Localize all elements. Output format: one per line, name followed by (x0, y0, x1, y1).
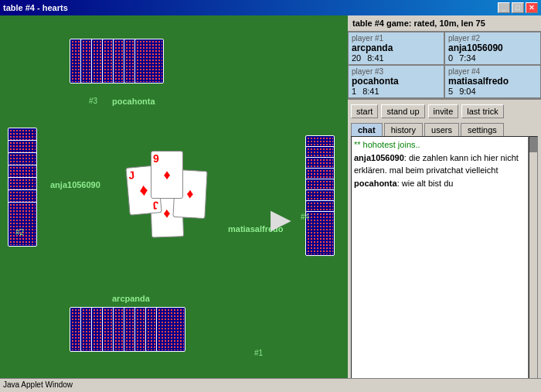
right-panel: table #4 game: rated, 10m, len 75 player… (348, 15, 541, 392)
close-button[interactable]: ✕ (526, 2, 538, 13)
player3-name: pocahonta (352, 76, 441, 87)
left-player-cards (8, 128, 46, 251)
chat-message-2: pocahonta: wie alt bist du (354, 178, 526, 189)
player-cell-2: player #2 anja1056090 0 7:34 (444, 32, 541, 65)
system-message: ** hohotest joins.. (354, 140, 420, 149)
game-info-header: table #4 game: rated, 10m, len 75 (348, 15, 541, 32)
player1-time: 8:41 (367, 53, 383, 63)
window-controls: _ □ ✕ (498, 2, 538, 13)
start-button[interactable]: start (351, 104, 378, 118)
last-trick-button[interactable]: last trick (461, 104, 503, 118)
status-text: Java Applet Window (3, 380, 73, 389)
player-cell-4: player #4 matiasalfredo 5 9:04 (444, 65, 541, 98)
chat-username-1: anja1056090 (354, 153, 404, 162)
player-cell-3: player #3 pocahonta 1 8:41 (348, 65, 444, 98)
chat-scrollbar[interactable] (529, 136, 538, 389)
status-bar: Java Applet Window (0, 378, 541, 392)
tab-chat[interactable]: chat (351, 123, 383, 136)
player4-stats: 5 9:04 (448, 87, 537, 96)
title-bar: table #4 - hearts _ □ ✕ (0, 0, 541, 15)
player2-score: 0 (448, 53, 453, 63)
bottom-pos-label: #1 (254, 349, 263, 357)
player1-score: 20 (352, 53, 361, 63)
player3-score: 1 (352, 87, 356, 96)
right-pos-label: #4 (301, 213, 309, 221)
player3-stats: 1 8:41 (352, 87, 441, 96)
bottom-player-label: arcpanda (112, 294, 150, 303)
turn-arrow: ▶ (270, 205, 290, 234)
left-player-label: anja1056090 (50, 180, 100, 189)
chat-messages: ** hohotest joins.. anja1056090: die zah… (351, 136, 529, 389)
maximize-button[interactable]: □ (512, 2, 524, 13)
action-buttons: start stand up invite last trick (348, 100, 541, 123)
player3-time: 8:41 (362, 87, 379, 96)
game-area: pocahonta #3 anja1056090 #2 (0, 15, 348, 392)
tab-history[interactable]: history (384, 123, 423, 136)
player2-time: 7:34 (459, 53, 475, 63)
left-pos-label: #2 (15, 228, 24, 237)
stand-up-button[interactable]: stand up (381, 104, 424, 118)
tab-users[interactable]: users (424, 123, 459, 136)
chat-message-1: anja1056090: die zahlen kann ich hier ni… (354, 152, 526, 176)
right-player-cards (305, 135, 344, 263)
main-content: pocahonta #3 anja1056090 #2 (0, 15, 541, 392)
invite-button[interactable]: invite (428, 104, 459, 118)
chat-message-0: ** hohotest joins.. (354, 139, 526, 151)
top-player-cards (70, 39, 162, 97)
chat-text-2: wie alt bist du (402, 179, 454, 188)
tab-settings[interactable]: settings (461, 123, 504, 136)
player-cell-1: player #1 arcpanda 20 8:41 (348, 32, 444, 65)
player4-score: 5 (448, 87, 453, 96)
player2-slot: player #2 (448, 34, 537, 43)
player4-slot: player #4 (448, 67, 537, 76)
window-title: table #4 - hearts (3, 3, 68, 12)
player1-name: arcpanda (352, 43, 441, 53)
minimize-button[interactable]: _ (498, 2, 510, 13)
chat-tabs: chat history users settings (348, 123, 541, 136)
played-card-top: 9 ♦ (151, 151, 183, 199)
top-player-label: pocahonta (112, 97, 155, 106)
player1-slot: player #1 (352, 34, 441, 43)
player2-name: anja1056090 (448, 43, 537, 53)
player4-time: 9:04 (459, 87, 475, 96)
bottom-player-cards (70, 307, 209, 357)
top-pos-label: #3 (89, 97, 97, 105)
player4-name: matiasalfredo (448, 76, 537, 87)
chat-username-2: pocahonta (354, 179, 397, 188)
players-grid: player #1 arcpanda 20 8:41 player #2 anj… (348, 32, 541, 100)
player2-stats: 0 7:34 (448, 53, 537, 63)
player1-stats: 20 8:41 (352, 53, 441, 63)
player3-slot: player #3 (352, 67, 441, 76)
